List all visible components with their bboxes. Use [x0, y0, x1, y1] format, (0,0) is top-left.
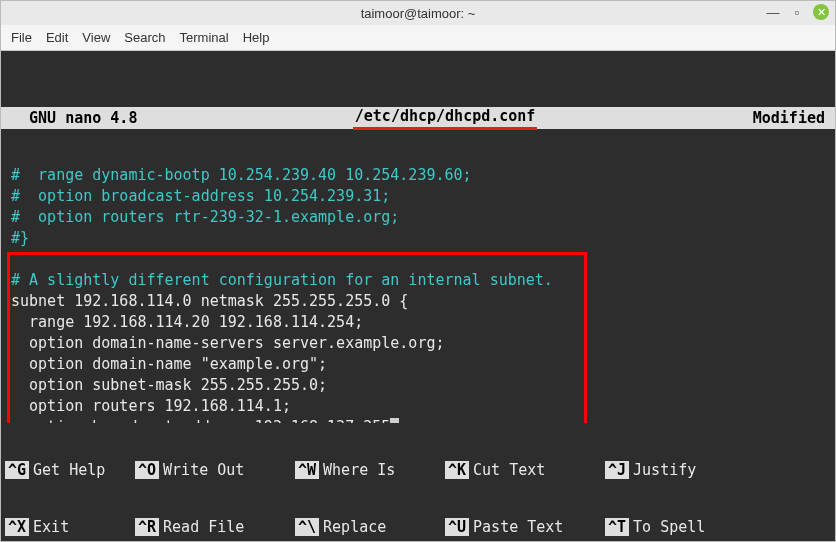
hotkey: ^O — [135, 461, 159, 479]
nano-filename-text: /etc/dhcp/dhcpd.conf — [353, 107, 538, 130]
nano-filename: /etc/dhcp/dhcpd.conf — [137, 107, 752, 130]
menu-edit[interactable]: Edit — [46, 30, 68, 45]
hotkey-label: Write Out — [159, 461, 252, 479]
hotkey: ^W — [295, 461, 319, 479]
editor-line: subnet 192.168.114.0 netmask 255.255.255… — [1, 291, 835, 312]
hotkey: ^J — [605, 461, 629, 479]
hotkey-label: Justify — [629, 461, 704, 479]
menu-file[interactable]: File — [11, 30, 32, 45]
hotkey: ^G — [5, 461, 29, 479]
title-bar: taimoor@taimoor: ~ — ▫ ✕ — [1, 1, 835, 25]
menu-search[interactable]: Search — [124, 30, 165, 45]
hotkey-label: To Spell — [629, 518, 713, 536]
menu-view[interactable]: View — [82, 30, 110, 45]
editor-line: # range dynamic-bootp 10.254.239.40 10.2… — [1, 165, 835, 186]
hotkey: ^T — [605, 518, 629, 536]
terminal-area[interactable]: GNU nano 4.8 /etc/dhcp/dhcpd.conf Modifi… — [1, 51, 835, 542]
help-row-1: ^GGet Help^OWrite Out^WWhere Is^KCut Tex… — [1, 459, 835, 480]
hotkey-label: Read File — [159, 518, 252, 536]
hotkey-label: Exit — [29, 518, 77, 536]
hotkey: ^K — [445, 461, 469, 479]
hotkey-label: Replace — [319, 518, 394, 536]
editor-line: option domain-name "example.org"; — [1, 354, 835, 375]
editor-line: # A slightly different configuration for… — [1, 270, 835, 291]
editor-line — [1, 249, 835, 270]
help-row-2: ^XExit^RRead File^\Replace^UPaste Text^T… — [1, 516, 835, 537]
hotkey: ^\ — [295, 518, 319, 536]
editor-line: option routers 192.168.114.1; — [1, 396, 835, 417]
hotkey-label: Cut Text — [469, 461, 553, 479]
hotkey-label: Paste Text — [469, 518, 571, 536]
editor-line: option subnet-mask 255.255.255.0; — [1, 375, 835, 396]
editor-line: # option routers rtr-239-32-1.example.or… — [1, 207, 835, 228]
maximize-icon[interactable]: ▫ — [789, 4, 805, 20]
close-icon[interactable]: ✕ — [813, 4, 829, 20]
hotkey-label: Where Is — [319, 461, 403, 479]
window-title: taimoor@taimoor: ~ — [361, 6, 476, 21]
editor-line: option domain-name-servers server.exampl… — [1, 333, 835, 354]
editor-line: # option broadcast-address 10.254.239.31… — [1, 186, 835, 207]
editor-line: #} — [1, 228, 835, 249]
menu-terminal[interactable]: Terminal — [180, 30, 229, 45]
menu-help[interactable]: Help — [243, 30, 270, 45]
nano-app-name: GNU nano 4.8 — [11, 109, 137, 127]
nano-status: Modified — [753, 109, 825, 127]
hotkey-label: Get Help — [29, 461, 113, 479]
menu-bar: File Edit View Search Terminal Help — [1, 25, 835, 51]
nano-help-bar: ^GGet Help^OWrite Out^WWhere Is^KCut Tex… — [1, 423, 835, 542]
hotkey: ^R — [135, 518, 159, 536]
hotkey: ^U — [445, 518, 469, 536]
editor-line: range 192.168.114.20 192.168.114.254; — [1, 312, 835, 333]
window-controls: — ▫ ✕ — [765, 4, 829, 20]
nano-header: GNU nano 4.8 /etc/dhcp/dhcpd.conf Modifi… — [1, 107, 835, 129]
minimize-icon[interactable]: — — [765, 4, 781, 20]
hotkey: ^X — [5, 518, 29, 536]
